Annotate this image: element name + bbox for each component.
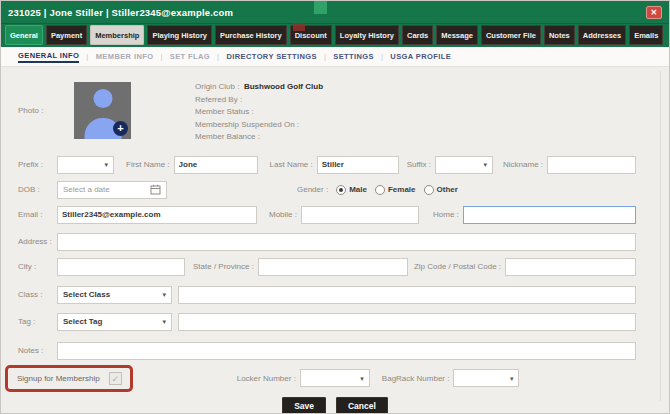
home-input[interactable]	[463, 206, 636, 224]
subtab-general-info[interactable]: GENERAL INFO	[18, 51, 79, 63]
gender-other-label: Other	[437, 185, 458, 194]
chevron-down-icon: ▾	[484, 161, 488, 168]
avatar[interactable]: +	[74, 82, 131, 139]
tab-membership[interactable]: Membership	[90, 25, 144, 45]
last-name-input[interactable]	[317, 156, 399, 174]
subtab-separator: |	[381, 52, 383, 61]
suffix-select[interactable]: ▾	[435, 156, 493, 174]
bagrack-number-label: BagRack Number :	[382, 374, 450, 383]
subtab-separator: |	[217, 52, 219, 61]
member-status-label: Member Status :	[195, 106, 323, 119]
tab-playing-history[interactable]: Playing History	[147, 25, 212, 45]
signup-highlight-annotation: Signup for Membership ✓	[5, 365, 133, 392]
locker-number-select[interactable]: ▾	[300, 369, 370, 387]
tag-label: Tag :	[18, 317, 57, 326]
tab-customer-file[interactable]: Customer File	[481, 25, 541, 45]
tab-general[interactable]: General	[5, 25, 43, 45]
dob-input[interactable]: Select a date	[57, 181, 167, 199]
radio-selected-icon	[336, 185, 346, 195]
chevron-down-icon: ▾	[162, 318, 166, 325]
subtab-separator: |	[86, 52, 88, 61]
subtab-member-info[interactable]: MEMBER INFO	[96, 52, 154, 61]
prefix-label: Prefix :	[18, 160, 57, 169]
notes-label: Notes :	[18, 346, 57, 355]
close-button[interactable]: ✕	[646, 6, 662, 19]
cancel-button[interactable]: Cancel	[336, 397, 388, 414]
zip-input[interactable]	[505, 258, 636, 276]
tag-display-field[interactable]	[178, 313, 636, 331]
save-button[interactable]: Save	[282, 397, 326, 414]
last-name-label: Last Name :	[270, 160, 313, 169]
subtab-separator: |	[324, 52, 326, 61]
address-input[interactable]	[57, 233, 636, 251]
tab-emails[interactable]: Emails	[629, 25, 663, 45]
sub-tab-bar: GENERAL INFO | MEMBER INFO | SET FLAG | …	[1, 47, 669, 67]
tab-addresses[interactable]: Addresses	[578, 25, 626, 45]
signup-for-membership-label: Signup for Membership	[17, 374, 100, 383]
tab-loyalty-history[interactable]: Loyalty History	[335, 25, 399, 45]
member-detail-window: 231025 | Jone Stiller | Stiller2345@exam…	[0, 0, 670, 414]
tag-select-value: Select Tag	[63, 317, 102, 326]
photo-section: Photo : + Origin Club : Bushwood Golf Cl…	[18, 77, 636, 144]
subtab-settings[interactable]: SETTINGS	[333, 52, 374, 61]
home-label: Home :	[433, 210, 459, 219]
footer-actions: Save Cancel	[1, 397, 669, 414]
calendar-icon[interactable]	[150, 184, 161, 195]
signup-row: Signup for Membership ✓ Locker Number : …	[18, 365, 636, 392]
tab-bar: General Payment Membership Playing Histo…	[1, 23, 669, 47]
gender-radio-female[interactable]: Female	[375, 185, 416, 195]
mobile-input[interactable]	[301, 206, 419, 224]
locker-number-label: Locker Number :	[237, 374, 296, 383]
dob-label: DOB :	[18, 185, 57, 194]
class-label: Class :	[18, 290, 57, 299]
tab-payment[interactable]: Payment	[46, 25, 87, 45]
notes-row: Notes :	[18, 342, 636, 360]
city-label: City :	[18, 262, 57, 271]
membership-summary: Origin Club : Bushwood Golf Club Referre…	[195, 77, 323, 144]
window-title: 231025 | Jone Stiller | Stiller2345@exam…	[8, 7, 233, 18]
tag-row: Tag : Select Tag ▾	[18, 313, 636, 331]
address-row: Address :	[18, 233, 636, 251]
tag-select[interactable]: Select Tag ▾	[57, 313, 172, 331]
state-input[interactable]	[258, 258, 408, 276]
tab-purchase-history[interactable]: Purchase History	[215, 25, 287, 45]
chevron-down-icon: ▾	[510, 375, 514, 382]
subtab-directory-settings[interactable]: DIRECTORY SETTINGS	[226, 52, 316, 61]
gender-radio-other[interactable]: Other	[424, 185, 458, 195]
prefix-select[interactable]: ▾	[57, 156, 114, 174]
panel-right-edge	[660, 71, 661, 401]
name-row: Prefix : ▾ First Name : Last Name : Suff…	[18, 156, 636, 174]
zip-label: Zip Code / Postal Code :	[414, 262, 501, 271]
subtab-usga-profile[interactable]: USGA PROFILE	[390, 52, 451, 61]
origin-club-value: Bushwood Golf Club	[244, 82, 323, 91]
gender-group: Gender : Male Female Other	[297, 185, 458, 195]
city-state-zip-row: City : State / Province : Zip Code / Pos…	[18, 258, 636, 276]
chevron-down-icon: ▾	[104, 161, 108, 168]
class-display-field[interactable]	[178, 286, 636, 304]
email-label: Email :	[18, 210, 57, 219]
origin-club-label: Origin Club :	[195, 82, 239, 91]
email-input[interactable]	[57, 206, 257, 224]
notes-input[interactable]	[57, 342, 636, 360]
add-photo-icon[interactable]: +	[113, 121, 128, 136]
chevron-down-icon: ▾	[360, 375, 364, 382]
subtab-separator: |	[160, 52, 162, 61]
bagrack-number-select[interactable]: ▾	[453, 369, 519, 387]
class-select-value: Select Class	[63, 290, 110, 299]
city-input[interactable]	[57, 258, 185, 276]
tab-notes[interactable]: Notes	[544, 25, 575, 45]
contact-row: Email : Mobile : Home :	[18, 206, 636, 224]
dob-gender-row: DOB : Select a date Gender : Male Female	[18, 181, 636, 199]
nickname-input[interactable]	[547, 156, 636, 174]
tab-message[interactable]: Message	[436, 25, 478, 45]
referred-by-label: Referred By :	[195, 94, 323, 107]
gender-radio-male[interactable]: Male	[336, 185, 367, 195]
gender-male-label: Male	[349, 185, 367, 194]
first-name-input[interactable]	[174, 156, 258, 174]
class-select[interactable]: Select Class ▾	[57, 286, 172, 304]
address-label: Address :	[18, 237, 57, 246]
tab-cards[interactable]: Cards	[402, 25, 433, 45]
membership-suspended-label: Membership Suspended On :	[195, 119, 323, 132]
subtab-set-flag[interactable]: SET FLAG	[170, 52, 210, 61]
signup-checkbox[interactable]: ✓	[109, 372, 122, 385]
